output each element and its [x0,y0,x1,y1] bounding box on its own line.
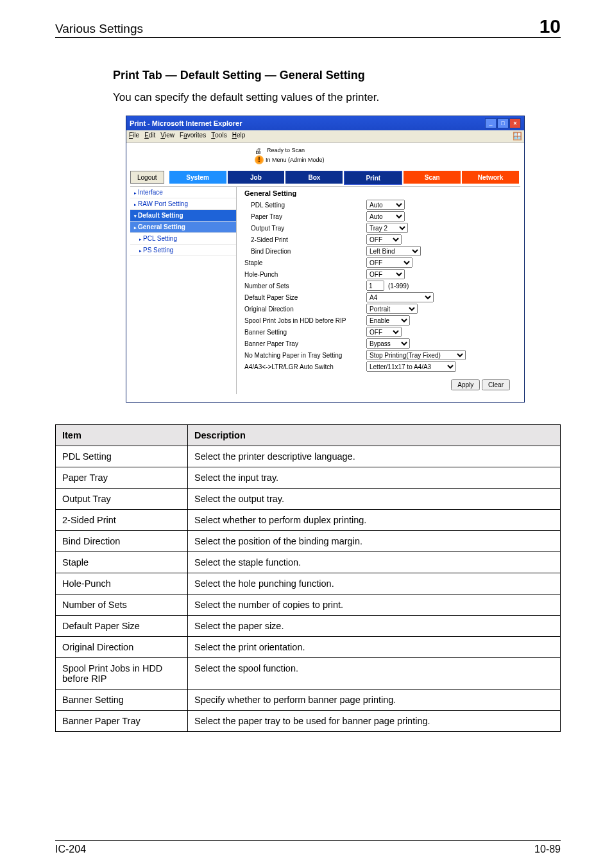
cell-item: Banner Paper Tray [56,711,188,732]
menu-view[interactable]: View [160,132,174,141]
label-a4a3: A4/A3<->LTR/LGR Auto Switch [244,363,366,370]
close-icon[interactable]: × [509,118,521,128]
label-nomatch: No Matching Paper in Tray Setting [244,352,366,359]
maximize-icon[interactable]: □ [497,118,509,128]
select-outputtray[interactable]: Tray 2 [366,223,408,233]
chapter-number: 10 [540,17,561,36]
th-item: Item [56,425,188,446]
sidebar-item-general[interactable]: General Setting [130,221,236,233]
sidebar-item-default[interactable]: Default Setting [130,210,236,221]
select-bind[interactable]: Left Bind [366,246,421,256]
label-numsets: Number of Sets [244,282,366,290]
select-a4a3[interactable]: Letter/11x17 to A4/A3 [366,361,456,372]
cell-desc: Select the number of copies to print. [188,595,561,616]
table-row: Number of SetsSelect the number of copie… [56,595,561,616]
table-row: Spool Print Jobs in HDD before RIPSelect… [56,658,561,690]
titlebar: Print - Microsoft Internet Explorer _ □ … [126,116,524,130]
sidebar: Interface RAW Port Setting Default Setti… [130,187,237,394]
cell-desc: Select the staple function. [188,552,561,573]
sidebar-item-ps[interactable]: PS Setting [130,245,236,256]
browser-window: Print - Microsoft Internet Explorer _ □ … [126,116,525,403]
warning-icon [255,155,264,164]
clear-button[interactable]: Clear [482,379,510,390]
page-header: Various Settings 10 [55,17,561,38]
menubar: File Edit View Favorites Tools Help 🪟 [126,130,524,143]
label-papersize: Default Paper Size [244,294,366,301]
chapter-title: Various Settings [55,22,143,36]
window-title: Print - Microsoft Internet Explorer [130,119,242,127]
label-duplex: 2-Sided Print [244,236,366,243]
logout-button[interactable]: Logout [130,171,164,184]
page-footer: IC-204 10-89 [55,840,561,855]
input-numsets[interactable] [366,281,384,291]
select-papersize[interactable]: A4 [366,292,434,302]
label-orient: Original Direction [244,306,366,313]
select-nomatch[interactable]: Stop Printing(Tray Fixed) [366,350,466,360]
tab-network[interactable]: Network [462,171,519,184]
cell-item: PDL Setting [56,446,188,467]
menu-edit[interactable]: Edit [144,132,155,141]
cell-item: Banner Setting [56,690,188,711]
cell-desc: Select the print orientation. [188,637,561,658]
select-pdl[interactable]: Auto [366,200,405,210]
label-banner: Banner Setting [244,329,366,336]
select-papertray[interactable]: Auto [366,211,405,221]
select-punch[interactable]: OFF [366,269,405,279]
select-spool[interactable]: Enable [366,315,410,326]
table-row: Bind DirectionSelect the position of the… [56,531,561,552]
cell-desc: Specify whether to perform banner page p… [188,690,561,711]
tab-print[interactable]: Print [344,171,402,185]
table-row: Original DirectionSelect the print orien… [56,637,561,658]
tab-job[interactable]: Job [228,171,285,184]
intro-text: You can specify the default setting valu… [113,90,561,105]
menu-tools[interactable]: Tools [211,132,226,141]
cell-item: Staple [56,552,188,573]
select-banner[interactable]: OFF [366,327,402,337]
apply-button[interactable]: Apply [451,379,480,390]
cell-item: 2-Sided Print [56,510,188,531]
cell-item: Paper Tray [56,467,188,489]
sidebar-item-interface[interactable]: Interface [130,187,236,198]
sidebar-item-pcl[interactable]: PCL Setting [130,233,236,245]
footer-right: 10-89 [534,844,561,855]
select-duplex[interactable]: OFF [366,234,402,245]
tab-system[interactable]: System [169,171,226,184]
cell-item: Number of Sets [56,595,188,616]
menu-help[interactable]: Help [232,132,246,141]
cell-desc: Select the spool function. [188,658,561,690]
label-spool: Spool Print Jobs in HDD before RIP [244,317,366,324]
ie-icon: 🪟 [513,132,522,141]
label-pdl: PDL Setting [244,202,366,209]
label-bind: Bind Direction [244,248,366,255]
footer-left: IC-204 [55,844,86,855]
table-row: Banner SettingSpecify whether to perform… [56,690,561,711]
cell-item: Spool Print Jobs in HDD before RIP [56,658,188,690]
sidebar-item-rawport[interactable]: RAW Port Setting [130,198,236,210]
status-mode: In Menu (Admin Mode) [266,156,325,164]
select-staple[interactable]: OFF [366,257,412,268]
label-staple: Staple [244,259,366,266]
cell-item: Original Direction [56,637,188,658]
tab-scan[interactable]: Scan [404,171,461,184]
table-row: Output TraySelect the output tray. [56,489,561,510]
cell-desc: Select the output tray. [188,489,561,510]
label-punch: Hole-Punch [244,271,366,278]
status-ready: Ready to Scan [267,146,305,155]
cell-desc: Select the position of the binding margi… [188,531,561,552]
main-title: General Setting [244,189,515,197]
table-row: PDL SettingSelect the printer descriptiv… [56,446,561,467]
table-row: Banner Paper TraySelect the paper tray t… [56,711,561,732]
menu-favorites[interactable]: Favorites [180,132,206,141]
minimize-icon[interactable]: _ [485,118,497,128]
cell-desc: Select whether to perform duplex printin… [188,510,561,531]
label-outputtray: Output Tray [244,225,366,232]
menu-file[interactable]: File [129,132,139,141]
tab-box[interactable]: Box [285,171,343,184]
cell-item: Hole-Punch [56,573,188,595]
section-title: Print Tab — Default Setting — General Se… [113,69,561,82]
select-bannertray[interactable]: Bypass [366,338,410,349]
table-row: StapleSelect the staple function. [56,552,561,573]
cell-item: Default Paper Size [56,616,188,637]
select-orient[interactable]: Portrait [366,304,418,314]
cell-item: Bind Direction [56,531,188,552]
